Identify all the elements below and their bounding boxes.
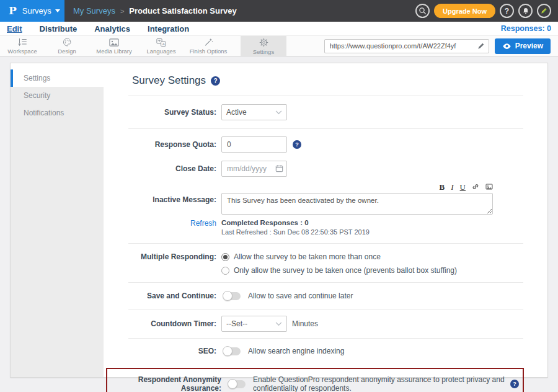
seo-toggle[interactable]: [224, 347, 241, 355]
toolbar-item-design[interactable]: Design: [45, 36, 89, 56]
seo-description: Allow search engine indexing: [248, 347, 344, 355]
breadcrumb-my-surveys[interactable]: My Surveys: [73, 6, 115, 16]
underline-button[interactable]: U: [460, 183, 466, 191]
notifications-button[interactable]: [518, 4, 533, 18]
seo-row: SEO: Allow search engine indexing: [104, 339, 547, 360]
pencil-list-icon: [17, 37, 28, 47]
save-and-continue-label: Save and Continue:: [104, 292, 221, 300]
survey-status-select[interactable]: Active: [221, 104, 287, 120]
page-title: Survey Settings: [132, 74, 206, 87]
insert-image-icon[interactable]: [485, 183, 493, 190]
edit-url-pencil-icon[interactable]: [477, 42, 485, 50]
response-quota-help-icon[interactable]: ?: [293, 140, 301, 149]
questionpro-logo: P: [9, 6, 17, 16]
richtext-toolbar: B I U: [221, 182, 493, 192]
sidebar-item-notifications[interactable]: Notifications: [11, 104, 104, 122]
completed-responses-text: Completed Responses : 0: [221, 219, 370, 226]
respondent-anonymity-row-highlighted: Respondent Anonymity Assurance: Enable Q…: [106, 368, 524, 392]
survey-url-input[interactable]: [324, 39, 489, 53]
respondent-anonymity-description: Enable QuestionPro respondent anonymity …: [253, 375, 507, 392]
last-refreshed-text: Last Refreshed : Sun Dec 08 22:50:35 PST…: [221, 228, 370, 236]
tab-edit[interactable]: Edit: [7, 24, 22, 33]
radio-option-label: Only allow the survey to be taken once (…: [234, 266, 457, 275]
toggle-knob: [223, 346, 232, 356]
surveys-menu[interactable]: Surveys: [22, 6, 60, 16]
toolbar-label: Settings: [253, 48, 274, 55]
toolbar-label: Languages: [146, 48, 175, 55]
settings-main: Survey Settings ? Survey Status: Active …: [104, 63, 547, 377]
sidebar-item-security[interactable]: Security: [11, 87, 104, 104]
toolbar-label: Finish Options: [190, 48, 228, 55]
upgrade-now-button[interactable]: Upgrade Now: [434, 4, 495, 18]
survey-tabs: Edit Distribute Analytics Integration: [7, 24, 189, 33]
save-and-continue-toggle[interactable]: [224, 292, 241, 300]
search-button[interactable]: [415, 4, 430, 18]
italic-button[interactable]: I: [451, 183, 453, 191]
toolbar-item-finish-options[interactable]: Finish Options: [184, 36, 233, 56]
radio-selected-icon[interactable]: [221, 253, 229, 261]
whats-new-button[interactable]: [537, 4, 551, 18]
brand-block[interactable]: P Surveys: [0, 0, 64, 22]
gear-icon: [259, 37, 269, 48]
top-navbar: P Surveys My Surveys > Product Satisfact…: [0, 0, 558, 22]
toggle-knob: [223, 291, 232, 301]
inactive-message-field: B I U Thi: [221, 182, 493, 216]
response-quota-label: Response Quota:: [104, 140, 221, 149]
sidebar-item-settings[interactable]: Settings: [11, 69, 104, 87]
link-icon[interactable]: [472, 183, 479, 190]
tab-analytics[interactable]: Analytics: [94, 24, 130, 33]
title-row: Survey Settings ?: [104, 69, 547, 96]
multiple-responding-options: Allow the survey to be taken more than o…: [221, 252, 457, 275]
countdown-timer-select[interactable]: --Set--: [221, 316, 287, 332]
sidebar-item-label: Security: [24, 91, 50, 100]
preview-button[interactable]: Preview: [495, 38, 551, 54]
chevron-down-icon: [55, 9, 60, 12]
toolbar-item-workspace[interactable]: Workspace: [0, 36, 45, 56]
help-icon: ?: [505, 7, 509, 16]
radio-option-multiple[interactable]: Allow the survey to be taken more than o…: [221, 252, 457, 261]
radio-unselected-icon[interactable]: [221, 267, 229, 275]
help-button[interactable]: ?: [500, 4, 514, 18]
toolbar-item-settings[interactable]: Settings: [241, 36, 286, 56]
toolbar-label: Workspace: [7, 48, 37, 55]
respondent-anonymity-toggle[interactable]: [229, 380, 246, 388]
refresh-link[interactable]: Refresh: [104, 219, 221, 228]
tab-distribute[interactable]: Distribute: [40, 24, 78, 33]
tab-integration[interactable]: Integration: [148, 24, 189, 33]
survey-status-row: Survey Status: Active: [104, 96, 547, 128]
settings-sidebar: Settings Security Notifications: [11, 63, 104, 377]
refresh-row: Refresh Completed Responses : 0 Last Ref…: [104, 216, 547, 243]
edit-toolbar: Workspace Design Media Library A: [0, 36, 558, 56]
svg-text:A: A: [162, 42, 165, 45]
toolbar-sections: Workspace Design Media Library A: [0, 36, 286, 56]
toolbar-item-languages[interactable]: A Languages: [139, 36, 184, 56]
bold-button[interactable]: B: [440, 183, 445, 191]
responses-count[interactable]: Responses: 0: [501, 24, 551, 33]
response-quota-input[interactable]: [221, 136, 287, 153]
magic-wand-icon: [203, 37, 214, 47]
breadcrumb-separator: >: [120, 7, 124, 15]
respondent-anonymity-label: Respondent Anonymity Assurance:: [111, 375, 226, 392]
countdown-timer-row: Countdown Timer: --Set-- Minutes: [104, 310, 547, 338]
respondent-anonymity-help-icon[interactable]: ?: [510, 380, 519, 388]
close-date-label: Close Date:: [104, 164, 221, 173]
radio-option-once[interactable]: Only allow the survey to be taken once (…: [221, 266, 457, 275]
survey-settings-help-icon[interactable]: ?: [211, 76, 220, 86]
toolbar-label: Design: [58, 48, 76, 55]
survey-tab-bar: Edit Distribute Analytics Integration Re…: [0, 22, 558, 36]
image-icon: [108, 38, 120, 47]
response-quota-row: Response Quota: ?: [104, 129, 547, 156]
surveys-menu-label: Surveys: [22, 6, 51, 16]
seo-label: SEO:: [104, 347, 221, 355]
bell-icon: [522, 7, 529, 15]
calendar-icon[interactable]: [275, 164, 283, 172]
inactive-message-row: Inactive Message: B I U: [104, 180, 547, 216]
radio-option-label: Allow the survey to be taken more than o…: [234, 252, 381, 261]
preview-label: Preview: [515, 42, 543, 50]
navbar-actions: Upgrade Now ?: [415, 4, 558, 18]
chevron-down-icon: [275, 322, 282, 326]
inactive-message-textarea[interactable]: This Survey has been deactivated by the …: [221, 193, 493, 215]
toolbar-item-media-library[interactable]: Media Library: [89, 36, 139, 56]
survey-status-value: Active: [226, 108, 247, 117]
survey-status-label: Survey Status:: [104, 108, 221, 117]
